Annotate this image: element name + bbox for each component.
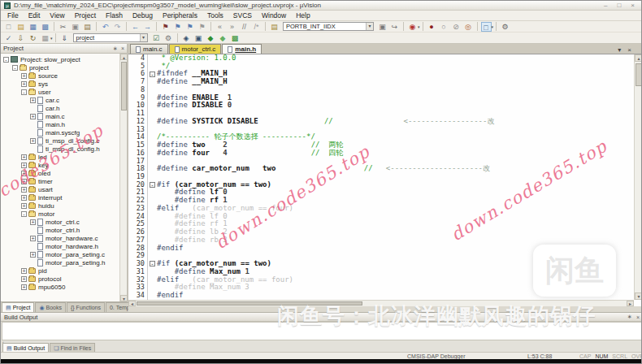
- tree-item-ti-msp-dl-config-c[interactable]: +ti_msp_dl_config.c: [1, 136, 119, 145]
- tree-item-motor[interactable]: -motor: [1, 210, 119, 218]
- menu-project[interactable]: Project: [70, 11, 101, 21]
- flash-settings-icon[interactable]: ☑: [151, 33, 162, 43]
- menu-edit[interactable]: Edit: [24, 11, 46, 21]
- menu-tools[interactable]: Tools: [202, 11, 228, 21]
- indent-icon[interactable]: »: [227, 22, 237, 32]
- paste-icon[interactable]: ▤: [82, 22, 93, 32]
- close-button[interactable]: ×: [631, 2, 635, 9]
- expand-icon[interactable]: +: [21, 187, 27, 193]
- batch-build-icon[interactable]: ▦: [40, 33, 50, 43]
- download-flash-icon[interactable]: ⇓: [59, 33, 70, 43]
- symbols-book-icon[interactable]: ▤: [269, 22, 280, 32]
- rebuild-all-icon[interactable]: ↻: [28, 33, 38, 43]
- open-folder-icon[interactable]: ▤: [15, 22, 26, 32]
- expand-icon[interactable]: +: [21, 179, 27, 184]
- tree-item-key[interactable]: +key: [1, 161, 119, 169]
- tree-item-car-c[interactable]: +car.c: [1, 96, 119, 104]
- scrollbar-thumb[interactable]: [635, 63, 642, 86]
- tree-item-main-h[interactable]: main.h: [1, 120, 119, 128]
- fold-collapse-icon[interactable]: -: [150, 261, 155, 266]
- editor-tab-motor-ctrl-c[interactable]: motor_ctrl.c: [169, 44, 222, 54]
- menu-view[interactable]: View: [45, 11, 69, 21]
- start-debug-session-icon[interactable]: ◈: [181, 33, 192, 43]
- tree-item-mpu6050[interactable]: +mpu6050: [1, 283, 119, 291]
- build-target-icon[interactable]: ⇩: [15, 33, 26, 43]
- menu-help[interactable]: Help: [291, 11, 314, 21]
- tree-item-motor-ctrl-h[interactable]: motor_ctrl.h: [1, 226, 119, 234]
- menu-debug[interactable]: Debug: [128, 11, 158, 21]
- bookmark-clear-icon[interactable]: ⚑: [197, 22, 207, 32]
- find-in-files-icon-dropdown[interactable]: ▾: [418, 24, 420, 29]
- redo-icon[interactable]: ↷: [112, 22, 123, 32]
- menu-peripherals[interactable]: Peripherals: [158, 11, 202, 21]
- tree-item-main-syscfg[interactable]: main.syscfg: [1, 128, 119, 136]
- menu-file[interactable]: File: [2, 11, 24, 21]
- save-all-icon[interactable]: ▩: [40, 22, 50, 32]
- window-layout-icon-dropdown[interactable]: ▾: [492, 24, 494, 29]
- bookmark-toggle-icon[interactable]: ⚑: [160, 22, 171, 32]
- panel-tab-project[interactable]: ▤Project: [2, 302, 34, 312]
- collapse-icon[interactable]: -: [21, 89, 27, 95]
- save-icon[interactable]: ▦: [28, 22, 38, 32]
- scroll-right-icon[interactable]: ▸: [627, 301, 634, 306]
- options-for-target-icon[interactable]: ⚙: [163, 33, 174, 43]
- interrupt-select-combo[interactable]: PORTB_INT_IIDX▾: [283, 22, 374, 31]
- tree-item-ti-msp-dl-config-h[interactable]: ti_msp_dl_config.h: [1, 145, 119, 153]
- performance-analyzer-icon[interactable]: ◆: [218, 33, 228, 43]
- tree-item-motor-para-seting-h[interactable]: motor_para_seting.h: [1, 258, 119, 266]
- navigate-back-icon[interactable]: ←: [130, 22, 141, 32]
- editor-vertical-scrollbar[interactable]: ▴ ▾: [634, 54, 642, 300]
- scroll-up-icon[interactable]: ▴: [635, 54, 642, 62]
- panel-tab-books[interactable]: ◉Books: [35, 302, 66, 312]
- collapse-icon[interactable]: -: [21, 211, 27, 217]
- pin-icon[interactable]: ∗: [113, 46, 118, 52]
- target-select-combo[interactable]: project▾: [73, 33, 148, 42]
- kill-breakpoints-icon[interactable]: ◎: [463, 22, 474, 32]
- find-icon[interactable]: ▣: [377, 22, 388, 32]
- tree-item-source[interactable]: +source: [1, 72, 119, 80]
- window-layout-icon[interactable]: □: [481, 22, 492, 32]
- logic-analyzer-icon[interactable]: ◆: [206, 33, 216, 43]
- tree-item-motor-ctrl-c[interactable]: +motor_ctrl.c: [1, 218, 119, 226]
- pin-icon[interactable]: ∗: [627, 314, 632, 320]
- undo-icon[interactable]: ↶: [100, 22, 111, 32]
- configure-wrench-icon[interactable]: ⚙: [500, 22, 510, 32]
- breakpoints-window-icon[interactable]: ▣: [193, 33, 204, 43]
- scroll-down-icon[interactable]: ▾: [120, 295, 127, 301]
- build-output-content[interactable]: [2, 322, 642, 340]
- scrollbar-thumb[interactable]: [137, 301, 362, 306]
- tree-item-interrupt[interactable]: +interrupt: [1, 193, 119, 202]
- expand-icon[interactable]: +: [30, 236, 36, 241]
- tree-item-project-slow-project[interactable]: -Project: slow_project: [1, 55, 119, 63]
- tree-item-oled[interactable]: +oled: [1, 169, 119, 177]
- fold-collapse-icon[interactable]: -: [150, 182, 155, 188]
- expand-icon[interactable]: +: [21, 171, 27, 176]
- navigate-forward-icon[interactable]: →: [142, 22, 153, 32]
- code-editor[interactable]: main.cmotor_ctrl.cmain.h▾× 4 * @Version:…: [128, 44, 642, 312]
- fold-collapse-icon[interactable]: -: [150, 72, 155, 77]
- collapse-icon[interactable]: -: [12, 65, 18, 71]
- new-file-icon[interactable]: □: [3, 22, 14, 32]
- maximize-button[interactable]: □: [617, 2, 621, 9]
- chevron-down-icon[interactable]: ▾: [366, 23, 373, 30]
- expand-icon[interactable]: +: [30, 114, 36, 119]
- tree-item-led[interactable]: +led: [1, 153, 119, 161]
- scroll-left-icon[interactable]: ◂: [128, 301, 136, 306]
- menu-window[interactable]: Window: [257, 11, 291, 21]
- tree-item-motor-para-seting-c[interactable]: +motor_para_seting.c: [1, 250, 119, 258]
- expand-icon[interactable]: +: [21, 81, 27, 87]
- project-tree-scrollbar[interactable]: ▴ ▾: [119, 54, 127, 301]
- expand-icon[interactable]: +: [21, 73, 27, 79]
- expand-icon[interactable]: +: [21, 162, 27, 168]
- expand-icon[interactable]: +: [30, 138, 36, 144]
- tree-item-main-c[interactable]: +main.c: [1, 112, 119, 120]
- tree-item-protocol[interactable]: +protocol: [1, 275, 119, 283]
- expand-icon[interactable]: +: [30, 219, 36, 225]
- tree-item-timer[interactable]: +timer: [1, 177, 119, 185]
- scroll-up-icon[interactable]: ▴: [120, 54, 127, 60]
- menu-svcs[interactable]: SVCS: [228, 11, 257, 21]
- expand-icon[interactable]: +: [30, 252, 36, 258]
- chevron-down-icon[interactable]: ▾: [140, 34, 147, 41]
- editor-tab-main-c[interactable]: main.c: [130, 44, 168, 54]
- tree-item-car-h[interactable]: car.h: [1, 104, 119, 112]
